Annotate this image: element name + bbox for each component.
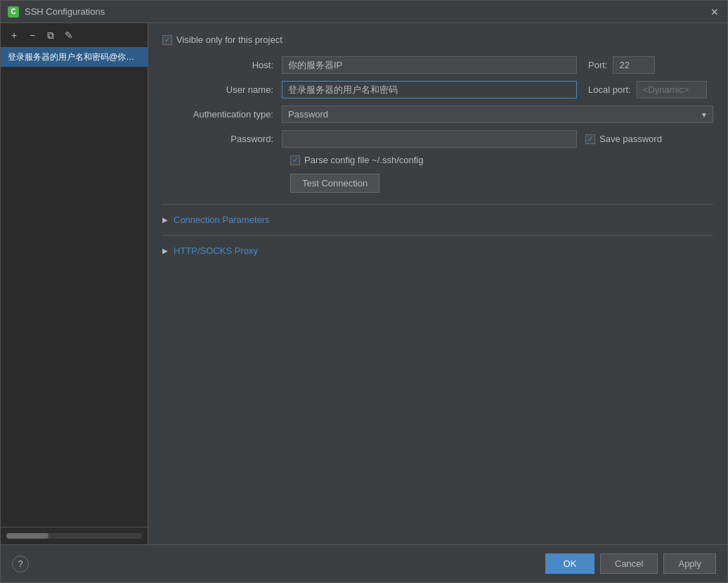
host-label: Host: (162, 60, 282, 70)
password-label: Password: (162, 134, 282, 144)
parse-config-row: Parse config file ~/.ssh/config (290, 155, 713, 165)
cancel-button[interactable]: Cancel (600, 553, 658, 574)
help-button[interactable]: ? (12, 556, 29, 572)
close-button[interactable]: ✕ (709, 6, 720, 18)
visible-only-label: Visible only for this project (176, 34, 282, 45)
connection-params-label: Connection Parameters (174, 214, 270, 225)
parse-config-label: Parse config file ~/.ssh/config (304, 155, 423, 165)
local-port-input[interactable] (637, 81, 707, 98)
sidebar-item-ssh[interactable]: 登录服务器的用户名和密码@你的服务器IP (1, 48, 148, 67)
scrollbar-track (6, 533, 142, 539)
sidebar-toolbar: + − ⧉ ✎ (1, 23, 148, 48)
auth-type-select[interactable]: Password Key pair OpenSSH config and aut… (282, 105, 713, 123)
test-connection-button[interactable]: Test Connection (290, 174, 379, 193)
app-icon: C (8, 6, 19, 18)
title-bar: C SSH Configurations ✕ (1, 1, 727, 23)
apply-button[interactable]: Apply (663, 553, 716, 574)
remove-button[interactable]: − (25, 27, 40, 43)
window-title: SSH Configurations (25, 6, 709, 17)
test-connection-wrapper: Test Connection (162, 174, 713, 204)
visible-only-checkbox[interactable] (162, 35, 172, 45)
save-password-row: Save password (585, 134, 662, 144)
save-password-label: Save password (599, 134, 662, 144)
connection-params-section: ▶ Connection Parameters (162, 204, 713, 235)
sidebar: + − ⧉ ✎ 登录服务器的用户名和密码@你的服务器IP (1, 23, 148, 544)
http-socks-arrow: ▶ (162, 247, 168, 255)
auth-type-label: Authentication type: (162, 109, 282, 120)
parse-config-checkbox[interactable] (290, 155, 300, 165)
host-row: Host: Port: (162, 56, 713, 74)
local-port-label: Local port: (588, 84, 631, 95)
bottom-bar: ? OK Cancel Apply (1, 544, 727, 582)
connection-params-arrow: ▶ (162, 216, 168, 224)
edit-button[interactable]: ✎ (61, 27, 77, 43)
password-input[interactable] (282, 130, 577, 148)
auth-type-wrapper: Password Key pair OpenSSH config and aut… (282, 105, 713, 123)
ssh-configurations-window: C SSH Configurations ✕ + − ⧉ ✎ 登录服务器的用户名… (0, 0, 728, 583)
content-area: + − ⧉ ✎ 登录服务器的用户名和密码@你的服务器IP Visible onl… (1, 23, 727, 544)
main-panel: Visible only for this project Host: Port… (148, 23, 727, 544)
port-input[interactable] (613, 56, 655, 74)
http-socks-label: HTTP/SOCKS Proxy (174, 245, 258, 256)
save-password-checkbox[interactable] (585, 134, 595, 144)
visible-only-row: Visible only for this project (162, 34, 713, 45)
copy-button[interactable]: ⧉ (43, 27, 58, 43)
http-socks-header[interactable]: ▶ HTTP/SOCKS Proxy (162, 243, 713, 259)
ok-button[interactable]: OK (545, 553, 594, 574)
username-input[interactable] (282, 81, 577, 98)
username-label: User name: (162, 84, 282, 95)
add-button[interactable]: + (6, 27, 22, 43)
password-row: Password: Save password (162, 130, 713, 148)
auth-type-row: Authentication type: Password Key pair O… (162, 105, 713, 123)
http-socks-section: ▶ HTTP/SOCKS Proxy (162, 235, 713, 266)
host-input[interactable] (282, 56, 577, 74)
port-label: Port: (588, 60, 607, 70)
username-row: User name: Local port: (162, 81, 713, 98)
sidebar-bottom (1, 527, 148, 544)
scrollbar-thumb[interactable] (6, 533, 48, 539)
connection-params-header[interactable]: ▶ Connection Parameters (162, 212, 713, 228)
